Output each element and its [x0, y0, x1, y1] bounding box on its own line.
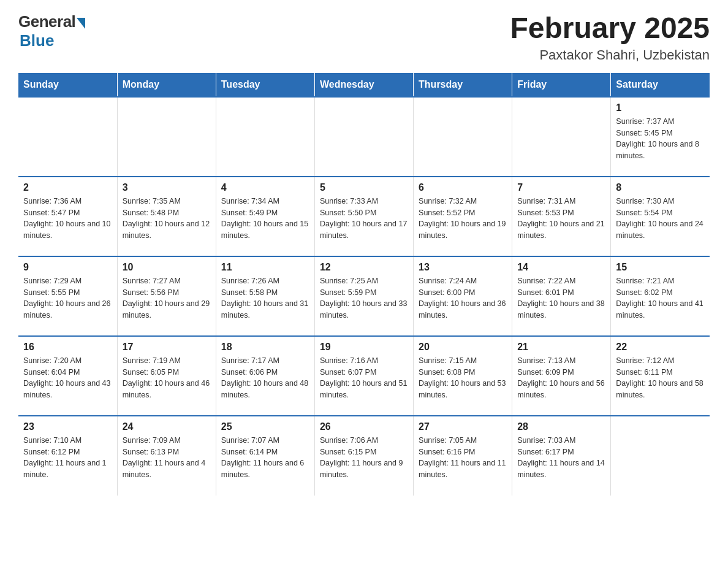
day-number: 9	[23, 262, 112, 273]
calendar-week-row: 9Sunrise: 7:29 AM Sunset: 5:55 PM Daylig…	[18, 256, 710, 336]
day-info: Sunrise: 7:34 AM Sunset: 5:49 PM Dayligh…	[221, 196, 309, 242]
day-info: Sunrise: 7:30 AM Sunset: 5:54 PM Dayligh…	[616, 196, 705, 242]
day-number: 25	[221, 421, 309, 432]
day-number: 16	[23, 342, 112, 353]
calendar-day-cell: 11Sunrise: 7:26 AM Sunset: 5:58 PM Dayli…	[216, 256, 314, 336]
day-of-week-header: Monday	[117, 73, 216, 97]
calendar-day-cell: 19Sunrise: 7:16 AM Sunset: 6:07 PM Dayli…	[314, 336, 413, 416]
location-title: Paxtakor Shahri, Uzbekistan	[510, 47, 710, 63]
calendar-day-cell: 26Sunrise: 7:06 AM Sunset: 6:15 PM Dayli…	[314, 416, 413, 496]
day-number: 12	[320, 262, 408, 273]
calendar-week-row: 1Sunrise: 7:37 AM Sunset: 5:45 PM Daylig…	[18, 97, 710, 177]
calendar-day-cell: 27Sunrise: 7:05 AM Sunset: 6:16 PM Dayli…	[414, 416, 512, 496]
day-info: Sunrise: 7:37 AM Sunset: 5:45 PM Dayligh…	[616, 116, 705, 162]
day-number: 18	[221, 342, 309, 353]
day-info: Sunrise: 7:27 AM Sunset: 5:56 PM Dayligh…	[123, 275, 211, 321]
day-number: 15	[616, 262, 705, 273]
day-number: 20	[419, 342, 507, 353]
logo-arrow-icon	[77, 18, 85, 29]
calendar-body: 1Sunrise: 7:37 AM Sunset: 5:45 PM Daylig…	[18, 97, 710, 496]
day-number: 1	[616, 102, 705, 113]
calendar-table: SundayMondayTuesdayWednesdayThursdayFrid…	[18, 73, 710, 496]
day-info: Sunrise: 7:09 AM Sunset: 6:13 PM Dayligh…	[123, 435, 211, 481]
calendar-week-row: 16Sunrise: 7:20 AM Sunset: 6:04 PM Dayli…	[18, 336, 710, 416]
calendar-day-cell: 23Sunrise: 7:10 AM Sunset: 6:12 PM Dayli…	[18, 416, 117, 496]
calendar-day-cell	[314, 97, 413, 177]
calendar-day-cell: 1Sunrise: 7:37 AM Sunset: 5:45 PM Daylig…	[611, 97, 710, 177]
day-info: Sunrise: 7:19 AM Sunset: 6:05 PM Dayligh…	[123, 355, 211, 401]
day-info: Sunrise: 7:33 AM Sunset: 5:50 PM Dayligh…	[320, 196, 408, 242]
day-number: 4	[221, 182, 309, 193]
calendar-day-cell: 12Sunrise: 7:25 AM Sunset: 5:59 PM Dayli…	[314, 256, 413, 336]
day-info: Sunrise: 7:21 AM Sunset: 6:02 PM Dayligh…	[616, 275, 705, 321]
day-number: 13	[419, 262, 507, 273]
day-number: 28	[517, 421, 605, 432]
day-info: Sunrise: 7:31 AM Sunset: 5:53 PM Dayligh…	[517, 196, 605, 242]
calendar-day-cell: 9Sunrise: 7:29 AM Sunset: 5:55 PM Daylig…	[18, 256, 117, 336]
day-info: Sunrise: 7:03 AM Sunset: 6:17 PM Dayligh…	[517, 435, 605, 481]
day-of-week-header: Saturday	[611, 73, 710, 97]
day-info: Sunrise: 7:12 AM Sunset: 6:11 PM Dayligh…	[616, 355, 705, 401]
day-info: Sunrise: 7:15 AM Sunset: 6:08 PM Dayligh…	[419, 355, 507, 401]
calendar-day-cell: 24Sunrise: 7:09 AM Sunset: 6:13 PM Dayli…	[117, 416, 216, 496]
calendar-week-row: 2Sunrise: 7:36 AM Sunset: 5:47 PM Daylig…	[18, 177, 710, 256]
calendar-day-cell	[117, 97, 216, 177]
day-number: 14	[517, 262, 605, 273]
calendar-day-cell: 14Sunrise: 7:22 AM Sunset: 6:01 PM Dayli…	[512, 256, 611, 336]
calendar-day-cell: 8Sunrise: 7:30 AM Sunset: 5:54 PM Daylig…	[611, 177, 710, 256]
day-of-week-header: Wednesday	[314, 73, 413, 97]
day-info: Sunrise: 7:06 AM Sunset: 6:15 PM Dayligh…	[320, 435, 408, 481]
day-of-week-header: Sunday	[18, 73, 117, 97]
calendar-day-cell: 10Sunrise: 7:27 AM Sunset: 5:56 PM Dayli…	[117, 256, 216, 336]
day-number: 27	[419, 421, 507, 432]
day-info: Sunrise: 7:10 AM Sunset: 6:12 PM Dayligh…	[23, 435, 112, 481]
calendar-day-cell	[18, 97, 117, 177]
calendar-day-cell: 2Sunrise: 7:36 AM Sunset: 5:47 PM Daylig…	[18, 177, 117, 256]
calendar-day-cell	[611, 416, 710, 496]
day-number: 2	[23, 182, 112, 193]
day-number: 26	[320, 421, 408, 432]
calendar-day-cell: 5Sunrise: 7:33 AM Sunset: 5:50 PM Daylig…	[314, 177, 413, 256]
day-of-week-header: Thursday	[414, 73, 512, 97]
calendar-day-cell: 16Sunrise: 7:20 AM Sunset: 6:04 PM Dayli…	[18, 336, 117, 416]
calendar-day-cell: 18Sunrise: 7:17 AM Sunset: 6:06 PM Dayli…	[216, 336, 314, 416]
day-info: Sunrise: 7:20 AM Sunset: 6:04 PM Dayligh…	[23, 355, 112, 401]
calendar-day-cell	[216, 97, 314, 177]
day-info: Sunrise: 7:25 AM Sunset: 5:59 PM Dayligh…	[320, 275, 408, 321]
logo: General Blue	[18, 12, 85, 50]
calendar-day-cell: 20Sunrise: 7:15 AM Sunset: 6:08 PM Dayli…	[414, 336, 512, 416]
calendar-header: SundayMondayTuesdayWednesdayThursdayFrid…	[18, 73, 710, 97]
day-number: 23	[23, 421, 112, 432]
day-of-week-header: Tuesday	[216, 73, 314, 97]
day-number: 10	[123, 262, 211, 273]
day-info: Sunrise: 7:22 AM Sunset: 6:01 PM Dayligh…	[517, 275, 605, 321]
day-number: 22	[616, 342, 705, 353]
calendar-day-cell: 21Sunrise: 7:13 AM Sunset: 6:09 PM Dayli…	[512, 336, 611, 416]
logo-general-text: General	[18, 12, 75, 31]
logo-blue-text: Blue	[20, 31, 54, 50]
month-title: February 2025	[510, 12, 710, 45]
day-number: 5	[320, 182, 408, 193]
day-number: 17	[123, 342, 211, 353]
day-info: Sunrise: 7:17 AM Sunset: 6:06 PM Dayligh…	[221, 355, 309, 401]
calendar-day-cell: 4Sunrise: 7:34 AM Sunset: 5:49 PM Daylig…	[216, 177, 314, 256]
day-number: 3	[123, 182, 211, 193]
calendar-day-cell: 17Sunrise: 7:19 AM Sunset: 6:05 PM Dayli…	[117, 336, 216, 416]
day-of-week-header: Friday	[512, 73, 611, 97]
day-number: 11	[221, 262, 309, 273]
day-info: Sunrise: 7:13 AM Sunset: 6:09 PM Dayligh…	[517, 355, 605, 401]
day-number: 19	[320, 342, 408, 353]
day-info: Sunrise: 7:16 AM Sunset: 6:07 PM Dayligh…	[320, 355, 408, 401]
day-info: Sunrise: 7:26 AM Sunset: 5:58 PM Dayligh…	[221, 275, 309, 321]
calendar-day-cell: 28Sunrise: 7:03 AM Sunset: 6:17 PM Dayli…	[512, 416, 611, 496]
title-section: February 2025 Paxtakor Shahri, Uzbekista…	[510, 12, 710, 63]
calendar-day-cell: 13Sunrise: 7:24 AM Sunset: 6:00 PM Dayli…	[414, 256, 512, 336]
day-info: Sunrise: 7:29 AM Sunset: 5:55 PM Dayligh…	[23, 275, 112, 321]
day-info: Sunrise: 7:35 AM Sunset: 5:48 PM Dayligh…	[123, 196, 211, 242]
calendar-day-cell	[512, 97, 611, 177]
calendar-day-cell: 3Sunrise: 7:35 AM Sunset: 5:48 PM Daylig…	[117, 177, 216, 256]
calendar-header-row: SundayMondayTuesdayWednesdayThursdayFrid…	[18, 73, 710, 97]
calendar-day-cell: 15Sunrise: 7:21 AM Sunset: 6:02 PM Dayli…	[611, 256, 710, 336]
day-info: Sunrise: 7:32 AM Sunset: 5:52 PM Dayligh…	[419, 196, 507, 242]
calendar-week-row: 23Sunrise: 7:10 AM Sunset: 6:12 PM Dayli…	[18, 416, 710, 496]
